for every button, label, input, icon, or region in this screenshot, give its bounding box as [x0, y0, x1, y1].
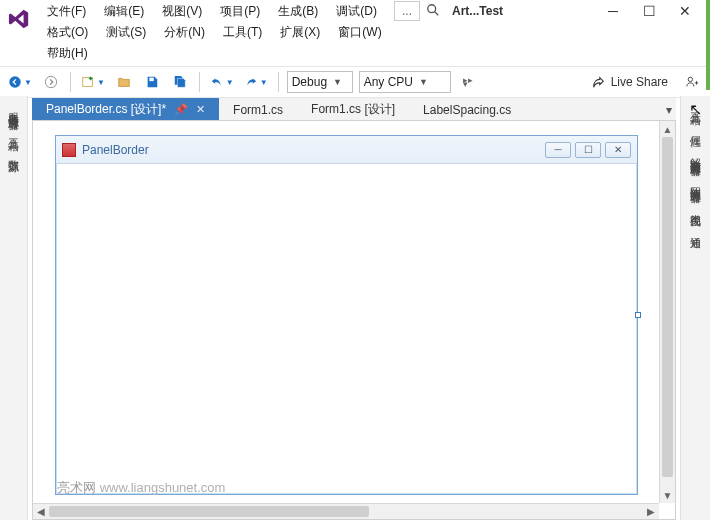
left-tab-toolbox[interactable]: 工具箱 — [4, 126, 23, 137]
form-titlebar: PanelBorder ─ ☐ ✕ — [56, 136, 637, 164]
pin-icon[interactable]: 📌 — [174, 103, 188, 116]
left-tab-data-sources[interactable]: 数据源 — [4, 147, 23, 158]
platform-dropdown[interactable]: Any CPU▼ — [359, 71, 451, 93]
horizontal-scrollbar[interactable]: ◀ ▶ — [33, 503, 659, 519]
scroll-thumb[interactable] — [662, 137, 673, 477]
tab-form1-design[interactable]: Form1.cs [设计] — [297, 98, 409, 121]
menu-file[interactable]: 文件(F) — [38, 1, 95, 22]
nav-back-button[interactable]: ▼ — [6, 71, 34, 93]
form-title-text: PanelBorder — [82, 143, 149, 157]
share-icon — [591, 75, 605, 89]
close-icon[interactable]: ✕ — [196, 103, 205, 116]
solution-name: Art...Test — [452, 4, 503, 18]
main-toolbar: ▼ ▼ ▼ ▼ Debug▼ Any CPU▼ ▸▸▾ Live Share — [0, 66, 710, 98]
form-maximize-icon[interactable]: ☐ — [575, 142, 601, 158]
vs-logo-icon — [8, 8, 30, 33]
menu-analyze[interactable]: 分析(N) — [155, 22, 214, 43]
undo-button[interactable]: ▼ — [208, 71, 236, 93]
left-tab-server-explorer[interactable]: 服务器资源管理器 — [4, 100, 23, 116]
quick-launch-search[interactable]: ... — [394, 1, 420, 21]
document-tab-bar: PanelBorder.cs [设计]*📌✕ Form1.cs Form1.cs… — [32, 98, 676, 122]
tab-labelspacing[interactable]: LabelSpacing.cs — [409, 98, 525, 121]
save-button[interactable] — [141, 71, 163, 93]
search-icon[interactable] — [426, 3, 440, 20]
svg-point-2 — [9, 76, 20, 87]
scroll-left-arrow[interactable]: ◀ — [33, 504, 49, 519]
left-dock: 服务器资源管理器 工具箱 数据源 — [0, 96, 28, 520]
window-close-icon[interactable]: ✕ — [670, 0, 700, 22]
menu-help[interactable]: 帮助(H) — [38, 43, 97, 64]
save-all-button[interactable] — [169, 71, 191, 93]
config-dropdown[interactable]: Debug▼ — [287, 71, 353, 93]
form-close-icon[interactable]: ✕ — [605, 142, 631, 158]
scroll-right-arrow[interactable]: ▶ — [643, 504, 659, 519]
new-project-button[interactable]: ▼ — [79, 71, 107, 93]
svg-point-0 — [428, 4, 436, 12]
open-file-button[interactable] — [113, 71, 135, 93]
right-tab-solution-explorer[interactable]: 解决方案资源管理器 — [686, 145, 705, 162]
right-dock: 工具箱 属性 解决方案资源管理器 团队资源管理器 类视图 通知 — [680, 96, 710, 520]
menu-edit[interactable]: 编辑(E) — [95, 1, 153, 22]
svg-line-1 — [435, 11, 439, 15]
right-tab-team-explorer[interactable]: 团队资源管理器 — [686, 174, 705, 189]
window-maximize-icon[interactable]: ☐ — [634, 0, 664, 22]
menu-extensions[interactable]: 扩展(X) — [271, 22, 329, 43]
menu-bar: 文件(F) 编辑(E) 视图(V) 项目(P) 生成(B) 调试(D) ... … — [0, 0, 710, 66]
menu-build[interactable]: 生成(B) — [269, 1, 327, 22]
account-button[interactable] — [682, 71, 704, 93]
right-tab-notifications[interactable]: 通知 — [686, 224, 705, 234]
separator — [278, 72, 279, 92]
menu-window[interactable]: 窗口(W) — [329, 22, 390, 43]
right-tab-class-view[interactable]: 类视图 — [686, 201, 705, 212]
form-minimize-icon[interactable]: ─ — [545, 142, 571, 158]
scroll-up-arrow[interactable]: ▲ — [660, 121, 675, 137]
svg-point-6 — [688, 77, 692, 81]
menu-debug[interactable]: 调试(D) — [327, 1, 386, 22]
tab-overflow-dropdown[interactable]: ▾ — [666, 103, 672, 117]
live-share-button[interactable]: Live Share — [583, 75, 676, 89]
redo-button[interactable]: ▼ — [242, 71, 270, 93]
form-designer-surface[interactable]: PanelBorder ─ ☐ ✕ 亮术网 www.liangshunet.co… — [32, 120, 676, 520]
right-tab-properties[interactable]: 属性 — [686, 123, 705, 133]
separator — [199, 72, 200, 92]
menu-tools[interactable]: 工具(T) — [214, 22, 271, 43]
menu-view[interactable]: 视图(V) — [153, 1, 211, 22]
scroll-down-arrow[interactable]: ▼ — [660, 487, 675, 503]
vertical-scrollbar[interactable]: ▲ ▼ — [659, 121, 675, 503]
designed-form[interactable]: PanelBorder ─ ☐ ✕ — [55, 135, 638, 495]
watermark: 亮术网 www.liangshunet.com — [57, 479, 225, 497]
mouse-cursor-icon: ↖ — [689, 100, 702, 119]
menu-format[interactable]: 格式(O) — [38, 22, 97, 43]
window-minimize-icon[interactable]: ─ — [598, 0, 628, 22]
scroll-thumb[interactable] — [49, 506, 369, 517]
svg-point-3 — [45, 76, 56, 87]
menu-test[interactable]: 测试(S) — [97, 22, 155, 43]
nav-forward-button[interactable] — [40, 71, 62, 93]
resize-handle-right[interactable] — [635, 312, 641, 318]
form-icon — [62, 143, 76, 157]
svg-rect-5 — [149, 78, 153, 82]
separator — [70, 72, 71, 92]
menu-project[interactable]: 项目(P) — [211, 1, 269, 22]
toolbar-overflow[interactable]: ▸▸▾ — [457, 71, 479, 93]
tab-panelborder-design[interactable]: PanelBorder.cs [设计]*📌✕ — [32, 98, 219, 121]
tab-form1-cs[interactable]: Form1.cs — [219, 98, 297, 121]
